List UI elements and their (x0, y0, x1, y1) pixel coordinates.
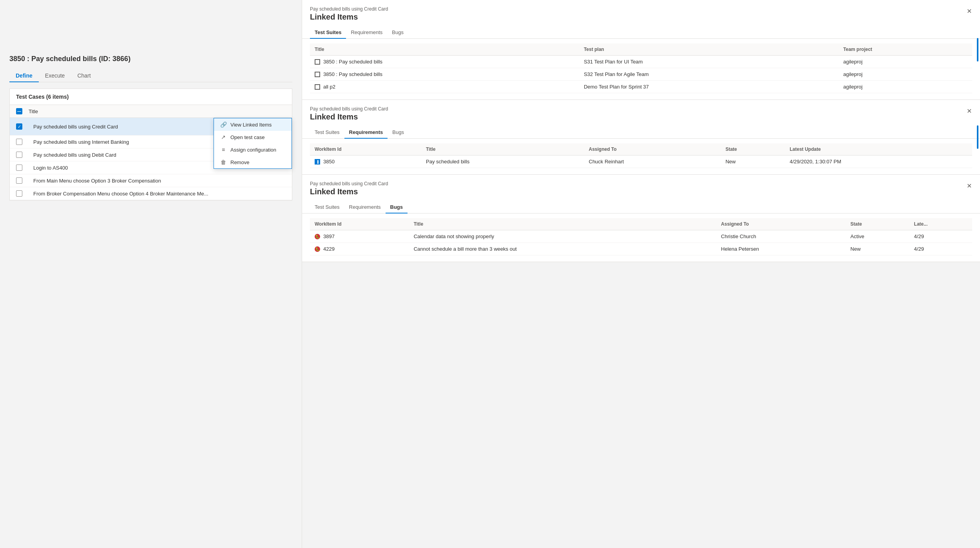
context-menu-item-open-test[interactable]: ↗ Open test case (214, 131, 292, 143)
table-row[interactable]: ▐ 3850 Pay scheduled bills Chuck Reinhar… (310, 156, 972, 168)
col-header-latestupdate: Latest Update (785, 143, 972, 156)
table-row[interactable]: 🐛 3897 Calendar data not showing properl… (310, 230, 972, 243)
svg-text:▐: ▐ (316, 160, 319, 164)
card-tab-bugs-2[interactable]: Bugs (388, 126, 409, 138)
row-checkbox-1[interactable] (16, 123, 22, 130)
card-title-1: Linked Items (310, 13, 972, 22)
col-header-workitemid: WorkItem Id (310, 143, 421, 156)
column-title-header: Title (29, 109, 286, 114)
context-menu-label-assign-config: Assign configuration (230, 147, 276, 153)
col-header-title: Title (310, 43, 579, 56)
cell-state: New (846, 243, 909, 255)
card-table-3: WorkItem Id Title Assigned To State Late… (310, 218, 972, 255)
table-row[interactable]: 🐛 4229 Cannot schedule a bill more than … (310, 243, 972, 255)
context-menu-label-remove: Remove (230, 159, 249, 165)
cell-workitemid: ▐ 3850 (310, 156, 421, 168)
cell-title: Calendar data not showing properly (409, 230, 716, 243)
row-checkbox-6[interactable] (16, 190, 22, 197)
table-row[interactable]: 3850 : Pay scheduled bills S31 Test Plan… (310, 56, 972, 68)
select-all-checkbox[interactable] (16, 108, 22, 114)
row-checkbox-4[interactable] (16, 165, 22, 171)
close-button-2[interactable]: ✕ (964, 105, 975, 116)
card-tab-requirements-2[interactable]: Requirements (344, 126, 388, 138)
close-button-1[interactable]: ✕ (964, 5, 975, 16)
workitem-icon-blue: ▐ (315, 159, 320, 165)
card-tab-test-suites-3[interactable]: Test Suites (310, 201, 344, 213)
card-tab-requirements-1[interactable]: Requirements (346, 26, 387, 38)
list-icon: ≡ (220, 146, 226, 153)
card-table-wrapper-2: WorkItem Id Title Assigned To State Late… (302, 139, 980, 174)
card-tab-test-suites-2[interactable]: Test Suites (310, 126, 344, 138)
row-checkbox-col (16, 123, 29, 130)
card-tabs-1: Test Suites Requirements Bugs (302, 26, 980, 39)
cell-teamproject: agileproj (839, 56, 972, 68)
cell-state: New (721, 156, 785, 168)
card-table-wrapper-1: Title Test plan Team project 3850 : Pay … (302, 39, 980, 99)
card-tab-requirements-3[interactable]: Requirements (344, 201, 386, 213)
suite-icon (315, 84, 320, 90)
col-header-late: Late... (909, 218, 972, 230)
test-cases-header: Test Cases (6 items) (10, 89, 292, 105)
card-title-2: Linked Items (310, 112, 972, 121)
context-menu-item-assign-config[interactable]: ≡ Assign configuration (214, 143, 292, 156)
workitemid-text: 4229 (323, 246, 335, 252)
card-table-2: WorkItem Id Title Assigned To State Late… (310, 143, 972, 168)
context-menu: 🔗 View Linked Items ↗ Open test case ≡ A… (214, 118, 292, 169)
col-header-teamproject: Team project (839, 43, 972, 56)
cell-latestupdate: 4/29 (909, 230, 972, 243)
cell-assignedto: Chuck Reinhart (584, 156, 721, 168)
workitemid-text: 3897 (323, 233, 335, 239)
table-row[interactable]: From Broker Compensation Menu choose Opt… (10, 187, 292, 200)
table-row[interactable]: From Main Menu choose Option 3 Broker Co… (10, 174, 292, 187)
suite-icon (315, 72, 320, 77)
cell-workitemid: 🐛 3897 (310, 230, 409, 243)
tab-execute[interactable]: Execute (39, 69, 71, 82)
tab-define[interactable]: Define (9, 69, 39, 82)
row-checkbox-col (16, 152, 29, 158)
cell-assignedto: Helena Petersen (716, 243, 846, 255)
col-header-title: Title (409, 218, 716, 230)
row-checkbox-5[interactable] (16, 177, 22, 184)
row-checkbox-col (16, 190, 29, 197)
right-panel: ✕ Pay scheduled bills using Credit Card … (302, 0, 980, 548)
table-row[interactable]: 3850 : Pay scheduled bills S32 Test Plan… (310, 68, 972, 81)
cell-latestupdate: 4/29 (909, 243, 972, 255)
context-menu-label-open-test: Open test case (230, 134, 264, 140)
left-panel: 3850 : Pay scheduled bills (ID: 3866) De… (0, 0, 302, 548)
card-title-3: Linked Items (310, 187, 972, 196)
col-header-state: State (846, 218, 909, 230)
tab-chart[interactable]: Chart (71, 69, 97, 82)
context-menu-item-remove[interactable]: 🗑 Remove (214, 156, 292, 168)
cell-testplan: S31 Test Plan for UI Team (579, 56, 839, 68)
col-header-title: Title (421, 143, 584, 156)
cell-title: Pay scheduled bills (421, 156, 584, 168)
cell-workitemid: 🐛 4229 (310, 243, 409, 255)
close-button-3[interactable]: ✕ (964, 180, 975, 191)
card-header-2: Pay scheduled bills using Credit Card Li… (302, 100, 980, 121)
card-subtitle-3: Pay scheduled bills using Credit Card (310, 181, 972, 186)
trash-icon: 🗑 (220, 159, 226, 165)
card-tab-bugs-3[interactable]: Bugs (386, 201, 408, 213)
table-row[interactable]: Pay scheduled bills using Credit Card ⋯ … (10, 118, 292, 136)
context-menu-label-view-linked: View Linked Items (230, 122, 272, 128)
card-tab-test-suites-1[interactable]: Test Suites (310, 26, 346, 38)
row-checkbox-3[interactable] (16, 152, 22, 158)
row-checkbox-2[interactable] (16, 139, 22, 145)
cell-testplan: S32 Test Plan for Agile Team (579, 68, 839, 81)
context-menu-item-view-linked[interactable]: 🔗 View Linked Items (214, 118, 292, 131)
cell-state: Active (846, 230, 909, 243)
workitemid-text: 3850 (323, 159, 335, 165)
card-tabs-2: Test Suites Requirements Bugs (302, 126, 980, 139)
table-row[interactable]: all p2 Demo Test Plan for Sprint 37 agil… (310, 81, 972, 93)
linked-items-card-3: ✕ Pay scheduled bills using Credit Card … (302, 175, 980, 262)
cell-title: all p2 (310, 81, 579, 93)
bug-icon-2: 🐛 (315, 246, 320, 252)
table-header-row: Title (10, 105, 292, 118)
col-header-state: State (721, 143, 785, 156)
card-tab-bugs-1[interactable]: Bugs (387, 26, 408, 38)
card-tabs-3: Test Suites Requirements Bugs (302, 201, 980, 213)
cell-teamproject: agileproj (839, 68, 972, 81)
cell-teamproject: agileproj (839, 81, 972, 93)
col-header-assignedto: Assigned To (584, 143, 721, 156)
row-title: 3850 : Pay scheduled bills (323, 71, 382, 77)
